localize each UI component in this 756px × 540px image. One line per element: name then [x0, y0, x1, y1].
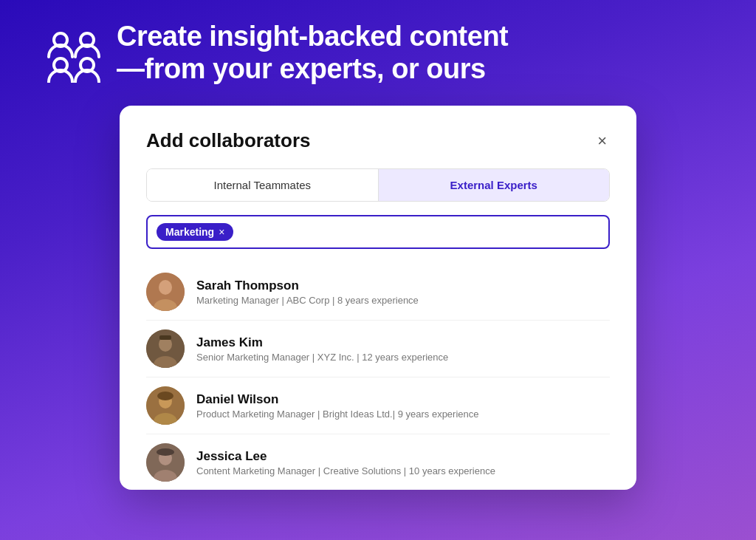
svg-rect-10 — [159, 335, 171, 340]
tag-remove-button[interactable]: × — [219, 227, 224, 237]
modal-title: Add collaborators — [146, 129, 310, 152]
person-meta: Product Marketing Manager | Bright Ideas… — [196, 409, 479, 420]
person-row: Jessica Lee Content Marketing Manager | … — [146, 434, 610, 490]
avatar — [146, 443, 185, 482]
person-info: James Kim Senior Marketing Manager | XYZ… — [196, 335, 448, 363]
tag-label: Marketing — [165, 226, 214, 238]
modal-card: Add collaborators × Internal Teammates E… — [120, 106, 636, 490]
avatar — [146, 329, 185, 368]
filter-tag: Marketing × — [157, 223, 233, 241]
close-button[interactable]: × — [594, 130, 610, 152]
modal-header: Add collaborators × — [146, 129, 610, 152]
team-icon — [44, 24, 103, 83]
svg-point-18 — [157, 448, 174, 456]
svg-point-5 — [159, 280, 172, 295]
person-row: Sarah Thompson Marketing Manager | ABC C… — [146, 264, 610, 320]
person-info: Sarah Thompson Marketing Manager | ABC C… — [196, 278, 419, 306]
svg-point-14 — [157, 392, 173, 400]
person-meta: Content Marketing Manager | Creative Sol… — [196, 465, 495, 476]
person-meta: Senior Marketing Manager | XYZ Inc. | 12… — [196, 352, 448, 363]
person-row: Daniel Wilson Product Marketing Manager … — [146, 377, 610, 434]
person-name: Jessica Lee — [196, 449, 495, 464]
tab-external[interactable]: External Experts — [379, 169, 610, 201]
hero-section: Create insight-backed content —from your… — [0, 21, 756, 85]
avatar — [146, 386, 185, 425]
person-name: James Kim — [196, 335, 448, 350]
person-name: Sarah Thompson — [196, 278, 419, 293]
tab-internal[interactable]: Internal Teammates — [147, 169, 379, 201]
search-bar: Marketing × — [146, 215, 610, 249]
tab-row: Internal Teammates External Experts — [146, 168, 610, 202]
person-info: Jessica Lee Content Marketing Manager | … — [196, 449, 495, 476]
person-row: James Kim Senior Marketing Manager | XYZ… — [146, 320, 610, 377]
person-meta: Marketing Manager | ABC Corp | 8 years e… — [196, 295, 419, 306]
search-input[interactable] — [239, 226, 599, 239]
person-name: Daniel Wilson — [196, 392, 479, 407]
avatar — [146, 273, 185, 311]
hero-title: Create insight-backed content —from your… — [117, 21, 508, 85]
people-list: Sarah Thompson Marketing Manager | ABC C… — [146, 264, 610, 490]
person-info: Daniel Wilson Product Marketing Manager … — [196, 392, 479, 420]
